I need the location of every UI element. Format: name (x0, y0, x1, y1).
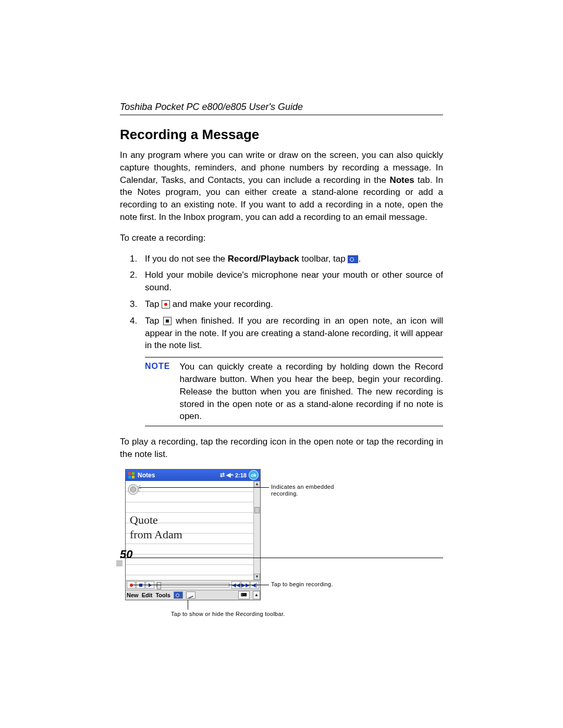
menu-pen-icon[interactable] (186, 591, 195, 599)
scroll-up[interactable]: ▲ (254, 481, 260, 487)
menu-edit[interactable]: Edit (142, 592, 153, 598)
toolbar-slider[interactable] (156, 583, 229, 587)
bottom-rule (120, 558, 443, 558)
step-1: If you do not see the Record/Playback to… (140, 253, 443, 265)
pda-status: ⇄ ◀𝄐 2:18 (220, 472, 247, 478)
volume-icon: ◀𝄐 (226, 472, 234, 478)
callout-tap-begin: Tap to begin recording. (271, 581, 334, 588)
menu-recording-toggle-icon[interactable] (174, 591, 183, 599)
svg-rect-2 (128, 476, 131, 478)
toolbar-play-button[interactable] (145, 581, 154, 589)
toolbar-forward-button[interactable]: ▶▶ (241, 581, 250, 589)
step4-text-a: Tap (145, 316, 163, 326)
start-icon[interactable] (127, 471, 136, 479)
pda-window: Notes ⇄ ◀𝄐 2:18 ok (125, 469, 261, 600)
step1-text-a: If you do not see the (145, 254, 228, 264)
ok-button[interactable]: ok (249, 470, 259, 480)
note-text: You can quickly create a recording by ho… (179, 361, 443, 423)
embedded-recording-icon[interactable] (128, 483, 142, 498)
guide-title: Toshiba Pocket PC e800/e805 User's Guide (120, 102, 443, 113)
step-2: Hold your mobile device's microphone nea… (140, 269, 443, 294)
step4-text-b: when finished. If you are recording in a… (145, 316, 443, 351)
record-button-icon (162, 300, 170, 309)
menu-new[interactable]: New (127, 592, 139, 598)
note-block: NOTE You can quickly create a recording … (145, 357, 443, 426)
scrollbar[interactable]: ▲ ▼ (253, 481, 260, 580)
toolbar-record-button[interactable] (127, 581, 136, 589)
pda-menubar: New Edit Tools ⌨ ▲ (126, 590, 260, 600)
top-rule (120, 115, 443, 115)
pda-titlebar: Notes ⇄ ◀𝄐 2:18 ok (126, 470, 260, 481)
pda-note-area[interactable]: Quote from Adam ▲ ▼ (126, 481, 260, 580)
connectivity-icon: ⇄ (220, 472, 225, 478)
toolbar-rewind-button[interactable]: ◀◀ (231, 581, 240, 589)
step1-text-c: . (358, 254, 361, 264)
recording-toolbar-icon (348, 255, 358, 263)
pda-time: 2:18 (235, 472, 247, 478)
handwriting-line2: from Adam (130, 528, 182, 541)
menu-tools[interactable]: Tools (155, 592, 170, 598)
svg-rect-3 (132, 476, 134, 478)
svg-rect-0 (128, 472, 131, 475)
note-label: NOTE (145, 361, 170, 423)
handwriting-line1: Quote (130, 513, 158, 527)
step1-bold: Record/Playback (228, 254, 299, 264)
step-3: Tap and make your recording. (140, 298, 443, 311)
step3-text-a: Tap (145, 299, 162, 309)
steps-list: If you do not see the Record/Playback to… (120, 253, 443, 352)
page-number: 50 (120, 548, 132, 561)
scroll-thumb[interactable] (254, 507, 260, 513)
scroll-down[interactable]: ▼ (254, 574, 260, 580)
to-create-label: To create a recording: (120, 232, 443, 244)
intro-paragraph: In any program where you can write or dr… (120, 149, 443, 224)
step3-text-b: and make your recording. (170, 299, 273, 309)
menu-input-arrow[interactable]: ▲ (253, 591, 260, 599)
play-paragraph: To play a recording, tap the recording i… (120, 436, 443, 461)
intro-bold-notes: Notes (389, 175, 414, 185)
toolbar-stop-button[interactable] (136, 581, 145, 589)
toolbar-volume-button[interactable]: ◀) (250, 581, 259, 589)
section-title: Recording a Message (120, 127, 443, 143)
callout-embedded: Indicates an embedded recording. (271, 484, 349, 497)
pda-app-title: Notes (138, 472, 155, 479)
stop-button-icon (163, 317, 172, 325)
page-marker-square (116, 560, 123, 566)
callout-toolbar-toggle: Tap to show or hide the Recording toolba… (171, 611, 327, 618)
svg-rect-1 (132, 472, 134, 475)
step1-text-b: toolbar, tap (299, 254, 348, 264)
step-4: Tap when finished. If you are recording … (140, 315, 443, 352)
pda-figure: Notes ⇄ ◀𝄐 2:18 ok (120, 469, 443, 620)
menu-keyboard-icon[interactable]: ⌨ (238, 591, 250, 599)
